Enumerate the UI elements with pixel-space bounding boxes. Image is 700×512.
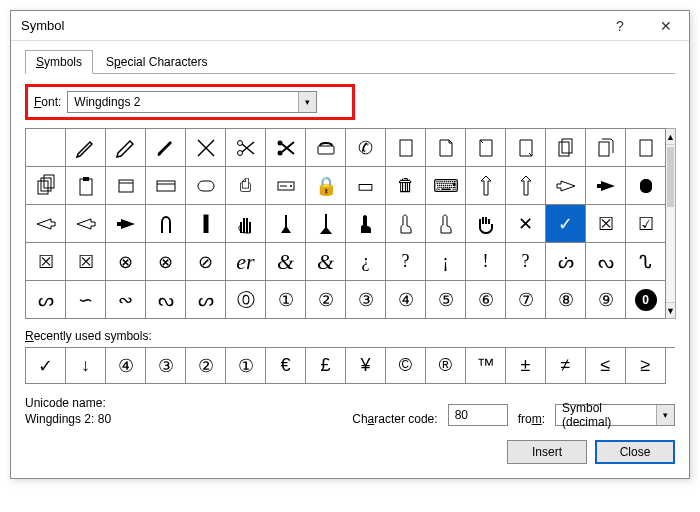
symbol-brush[interactable] <box>146 129 186 167</box>
symbol-er-script[interactable]: er <box>226 243 266 281</box>
symbol-scissors[interactable] <box>226 129 266 167</box>
symbol-pen2[interactable] <box>106 129 146 167</box>
recent-trademark[interactable]: ™ <box>466 348 506 384</box>
symbol-disk-drive[interactable] <box>266 167 306 205</box>
scrollbar[interactable]: ▲ ▼ <box>666 128 676 319</box>
symbol-question-bold[interactable]: ? <box>506 243 546 281</box>
symbol-circled-8[interactable]: ⑧ <box>546 281 586 319</box>
symbol-window[interactable] <box>106 167 146 205</box>
symbol-page3[interactable] <box>506 129 546 167</box>
tab-special-characters[interactable]: Special Characters <box>95 50 218 74</box>
symbol-exclaim[interactable]: ! <box>466 243 506 281</box>
symbol-circled-9[interactable]: ⑨ <box>586 281 626 319</box>
from-combo[interactable]: Symbol (decimal) ▾ <box>555 404 675 426</box>
scroll-down-icon[interactable]: ▼ <box>666 302 675 318</box>
symbol-x-mark[interactable]: ✕ <box>506 205 546 243</box>
symbol-hand-stop[interactable] <box>466 205 506 243</box>
symbol-question-turn[interactable]: ¿ <box>346 243 386 281</box>
symbol-ampersand[interactable]: & <box>266 243 306 281</box>
symbol-hand-point-right-fill[interactable] <box>586 167 626 205</box>
recent-euro[interactable]: € <box>266 348 306 384</box>
symbol-cut[interactable] <box>186 129 226 167</box>
symbol-pen[interactable] <box>66 129 106 167</box>
recent-check[interactable]: ✓ <box>26 348 66 384</box>
recent-copyright[interactable]: © <box>386 348 426 384</box>
close-icon[interactable]: ✕ <box>643 11 689 41</box>
recent-grid[interactable]: ✓↓④③②①€£¥©®™±≠≤≥ <box>25 347 675 384</box>
symbol-hand-fist[interactable] <box>626 167 666 205</box>
symbol-flourish8[interactable]: ᔕ <box>186 281 226 319</box>
symbol-phone[interactable]: ✆ <box>346 129 386 167</box>
symbol-hand-point-up2[interactable] <box>506 167 546 205</box>
symbol-flourish5[interactable]: ∽ <box>66 281 106 319</box>
symbol-x-circle[interactable]: ⊗ <box>106 243 146 281</box>
symbol-x-circle2[interactable]: ⊗ <box>146 243 186 281</box>
symbol-circled-1[interactable]: ① <box>266 281 306 319</box>
symbol-blank[interactable] <box>26 129 66 167</box>
symbol-lock-win[interactable]: 🔒 <box>306 167 346 205</box>
symbol-circled-4[interactable]: ④ <box>386 281 426 319</box>
symbol-scissors2[interactable] <box>266 129 306 167</box>
recent-circled-4[interactable]: ④ <box>106 348 146 384</box>
recent-notequal[interactable]: ≠ <box>546 348 586 384</box>
symbol-flourish1[interactable]: ᔖ <box>546 243 586 281</box>
scroll-up-icon[interactable]: ▲ <box>666 129 675 145</box>
symbol-phone-desk[interactable] <box>306 129 346 167</box>
symbol-page2[interactable] <box>466 129 506 167</box>
symbol-hand-palm[interactable] <box>226 205 266 243</box>
symbol-circled-10-black[interactable]: 0 <box>626 281 666 319</box>
symbol-circled-5[interactable]: ⑤ <box>426 281 466 319</box>
chevron-down-icon[interactable]: ▾ <box>656 405 674 425</box>
symbol-x-box2[interactable]: ☒ <box>26 243 66 281</box>
symbol-x-box[interactable]: ☒ <box>586 205 626 243</box>
symbol-hand-pen[interactable] <box>266 205 306 243</box>
symbol-exclaim-turn[interactable]: ¡ <box>426 243 466 281</box>
symbol-pages[interactable] <box>546 129 586 167</box>
symbol-x-box3[interactable]: ☒ <box>66 243 106 281</box>
symbol-flourish4[interactable]: ᔕ <box>26 281 66 319</box>
recent-lessequal[interactable]: ≤ <box>586 348 626 384</box>
symbol-page-copy[interactable] <box>586 129 626 167</box>
recent-plusminus[interactable]: ± <box>506 348 546 384</box>
symbol-hand-point-right[interactable] <box>546 167 586 205</box>
help-button[interactable]: ? <box>597 11 643 41</box>
symbol-window-wide[interactable] <box>146 167 186 205</box>
symbol-circled-6[interactable]: ⑥ <box>466 281 506 319</box>
symbol-page[interactable] <box>386 129 426 167</box>
symbol-grid[interactable]: ✆⎙🔒▭🗑⌨✕✓☒☑☒☒⊗⊗⊘er&&¿?¡!?ᔖᔓᔐᔕ∽∾ᔓᔕ⓪①②③④⑤⑥⑦… <box>25 128 666 319</box>
symbol-hand-point-left2[interactable] <box>66 205 106 243</box>
symbol-hand-point[interactable] <box>306 205 346 243</box>
symbol-check[interactable]: ✓ <box>546 205 586 243</box>
recent-yen[interactable]: ¥ <box>346 348 386 384</box>
symbol-flourish6[interactable]: ∾ <box>106 281 146 319</box>
symbol-finger-up3[interactable] <box>426 205 466 243</box>
font-combo[interactable]: Wingdings 2 ▾ <box>67 91 317 113</box>
recent-circled-3[interactable]: ③ <box>146 348 186 384</box>
character-code-input[interactable] <box>448 404 508 426</box>
scroll-track[interactable] <box>666 145 675 302</box>
symbol-circled-7[interactable]: ⑦ <box>506 281 546 319</box>
symbol-amp-script[interactable]: & <box>306 243 346 281</box>
symbol-check-box[interactable]: ☑ <box>626 205 666 243</box>
symbol-hand-point-left[interactable] <box>26 205 66 243</box>
symbol-circled-2[interactable]: ② <box>306 281 346 319</box>
symbol-flourish7[interactable]: ᔓ <box>146 281 186 319</box>
close-button[interactable]: Close <box>595 440 675 464</box>
recent-pound[interactable]: £ <box>306 348 346 384</box>
symbol-keyboard[interactable]: ⌨ <box>426 167 466 205</box>
symbol-finger-up[interactable] <box>346 205 386 243</box>
scroll-thumb[interactable] <box>667 147 674 207</box>
symbol-trash[interactable]: 🗑 <box>386 167 426 205</box>
symbol-printer[interactable]: ⎙ <box>226 167 266 205</box>
symbol-rounded[interactable] <box>186 167 226 205</box>
symbol-flourish2[interactable]: ᔓ <box>586 243 626 281</box>
recent-circled-2[interactable]: ② <box>186 348 226 384</box>
symbol-hand-point-right2[interactable] <box>106 205 146 243</box>
symbol-hand-up[interactable] <box>186 205 226 243</box>
symbol-question[interactable]: ? <box>386 243 426 281</box>
chevron-down-icon[interactable]: ▾ <box>298 92 316 112</box>
symbol-flourish3[interactable]: ᔐ <box>626 243 666 281</box>
symbol-pages-stack[interactable] <box>26 167 66 205</box>
tab-symbols[interactable]: Symbols <box>25 50 93 74</box>
symbol-circled-0[interactable]: ⓪ <box>226 281 266 319</box>
